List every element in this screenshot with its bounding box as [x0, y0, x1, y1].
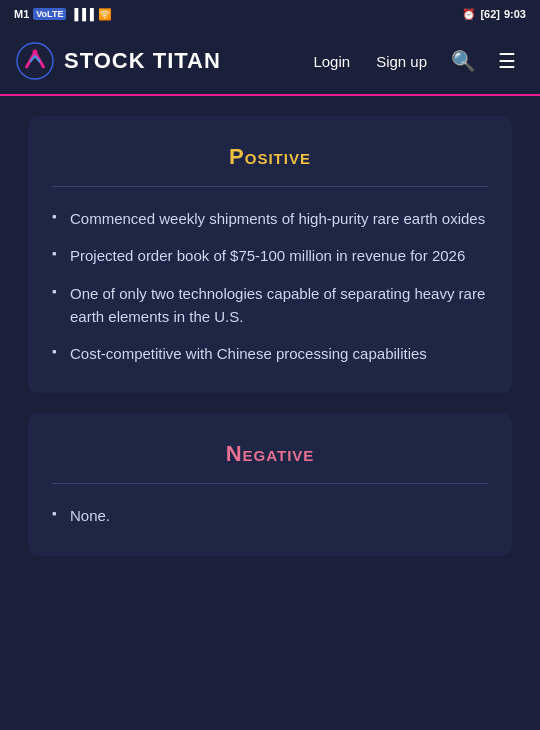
search-icon: 🔍 — [451, 49, 476, 73]
positive-divider — [52, 186, 488, 187]
login-link[interactable]: Login — [303, 47, 360, 76]
navbar: STOCK TITAN Login Sign up 🔍 ☰ — [0, 28, 540, 96]
hamburger-icon: ☰ — [498, 49, 516, 73]
list-item: Commenced weekly shipments of high-purit… — [52, 207, 488, 230]
svg-point-1 — [33, 50, 38, 55]
list-item: One of only two technologies capable of … — [52, 282, 488, 329]
alarm-icon: ⏰ — [462, 8, 476, 21]
positive-section: Positive Commenced weekly shipments of h… — [28, 116, 512, 393]
brand-logo-icon — [16, 42, 54, 80]
battery-icon: [62] — [480, 8, 500, 20]
signal-icon: ▐▐▐ — [70, 8, 93, 20]
navbar-links: Login Sign up 🔍 ☰ — [303, 43, 524, 79]
status-right: ⏰ [62] 9:03 — [462, 8, 526, 21]
svg-point-0 — [17, 43, 53, 79]
positive-list: Commenced weekly shipments of high-purit… — [52, 207, 488, 365]
signup-link[interactable]: Sign up — [366, 47, 437, 76]
negative-title: Negative — [52, 441, 488, 467]
brand-name: STOCK TITAN — [64, 48, 221, 74]
time-label: 9:03 — [504, 8, 526, 20]
status-bar: M1 VoLTE ▐▐▐ 🛜 ⏰ [62] 9:03 — [0, 0, 540, 28]
negative-list: None. — [52, 504, 488, 527]
positive-title: Positive — [52, 144, 488, 170]
carrier-label: M1 — [14, 8, 29, 20]
negative-section: Negative None. — [28, 413, 512, 555]
wifi-icon: 🛜 — [98, 8, 112, 21]
menu-button[interactable]: ☰ — [490, 43, 524, 79]
negative-divider — [52, 483, 488, 484]
brand[interactable]: STOCK TITAN — [16, 42, 221, 80]
list-item: Cost-competitive with Chinese processing… — [52, 342, 488, 365]
network-label: VoLTE — [33, 8, 66, 20]
status-left: M1 VoLTE ▐▐▐ 🛜 — [14, 8, 112, 21]
main-content: Positive Commenced weekly shipments of h… — [0, 116, 540, 584]
list-item: None. — [52, 504, 488, 527]
list-item: Projected order book of $75-100 million … — [52, 244, 488, 267]
search-button[interactable]: 🔍 — [443, 43, 484, 79]
